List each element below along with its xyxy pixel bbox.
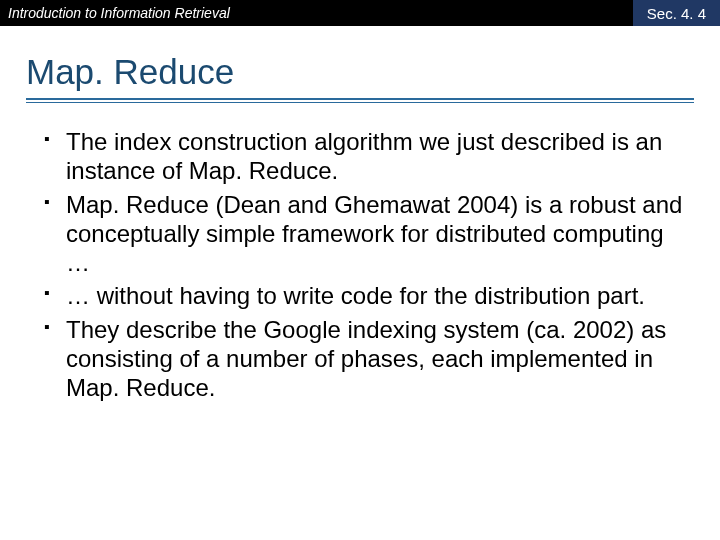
slide: Introduction to Information Retrieval Se… — [0, 0, 720, 540]
list-item: They describe the Google indexing system… — [44, 315, 686, 403]
bullet-list: The index construction algorithm we just… — [44, 127, 686, 402]
section-label: Sec. 4. 4 — [633, 0, 720, 26]
top-bar: Introduction to Information Retrieval Se… — [0, 0, 720, 26]
list-item: Map. Reduce (Dean and Ghemawat 2004) is … — [44, 190, 686, 278]
slide-title: Map. Reduce — [0, 26, 720, 98]
list-item: … without having to write code for the d… — [44, 281, 686, 310]
list-item: The index construction algorithm we just… — [44, 127, 686, 186]
course-title: Introduction to Information Retrieval — [0, 5, 230, 21]
slide-body: The index construction algorithm we just… — [0, 103, 720, 402]
